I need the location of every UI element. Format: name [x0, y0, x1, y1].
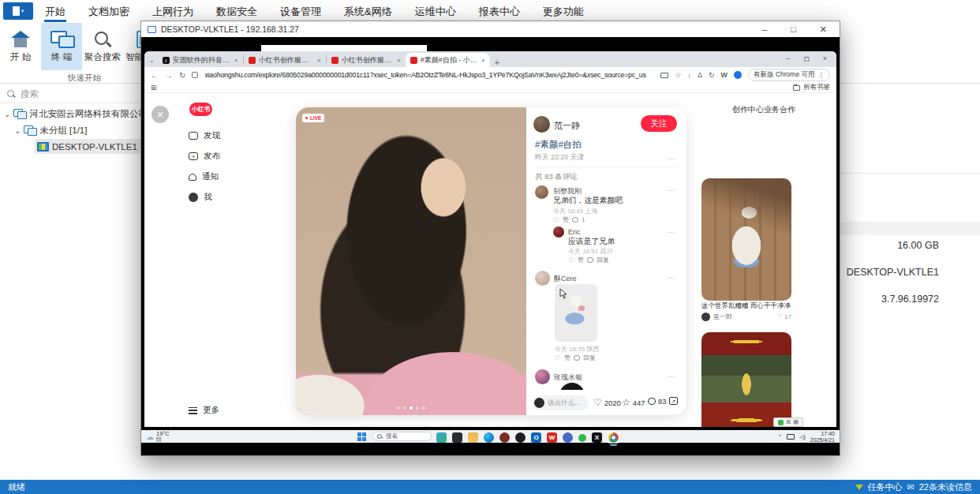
- more-icon[interactable]: ⋯: [668, 372, 675, 380]
- commenter-name[interactable]: 玫瑰水银: [554, 372, 582, 383]
- close-post-button[interactable]: ✕: [151, 106, 169, 123]
- commenter-avatar[interactable]: [535, 271, 550, 286]
- like-button[interactable]: ♡2020: [593, 397, 621, 408]
- green-app-icon[interactable]: [578, 434, 586, 442]
- tab-xhs-post-active[interactable]: #素颜#自拍 - 小红书 ×: [406, 53, 490, 67]
- display-tray-icon[interactable]: [787, 434, 795, 440]
- menu-item-web-behavior[interactable]: 上网行为: [151, 1, 194, 22]
- more-icon[interactable]: ⋯: [668, 155, 675, 163]
- site-info-icon[interactable]: [192, 72, 198, 78]
- carousel-dot[interactable]: [422, 406, 425, 410]
- feed-card-dog-image[interactable]: [701, 178, 791, 301]
- bookmark-star-icon[interactable]: ☆: [675, 71, 681, 79]
- xhs-logo[interactable]: 小红书: [189, 103, 212, 116]
- browser-close-button[interactable]: ×: [823, 54, 827, 65]
- ribbon-terminal-button[interactable]: 终 端: [41, 23, 82, 70]
- wps-icon[interactable]: W: [547, 432, 557, 443]
- unread-messages-button[interactable]: 22条未读信息: [919, 481, 972, 493]
- like-icon[interactable]: ♡: [568, 256, 574, 264]
- profile-avatar[interactable]: [734, 71, 742, 79]
- avatar[interactable]: [701, 312, 710, 321]
- dark-app-icon[interactable]: [452, 432, 462, 443]
- nav-me[interactable]: 我: [189, 192, 212, 203]
- menu-icon[interactable]: ▤: [793, 419, 799, 425]
- post-photo[interactable]: LIVE: [296, 107, 526, 415]
- maximize-button[interactable]: □: [791, 24, 796, 35]
- feed-card-like[interactable]: ♡17: [777, 313, 791, 320]
- reply-count[interactable]: 1: [582, 216, 585, 223]
- carousel-dot[interactable]: [416, 406, 419, 410]
- browser-maximize-button[interactable]: ロ: [803, 54, 810, 65]
- edge-icon[interactable]: [484, 432, 494, 443]
- commenter-name[interactable]: Eric: [568, 228, 581, 236]
- menu-item-start[interactable]: 开始: [44, 1, 66, 22]
- menu-item-report-center[interactable]: 报表中心: [478, 1, 521, 22]
- author-name[interactable]: 范一静: [554, 120, 580, 132]
- creator-center-link[interactable]: 创作中心: [732, 104, 764, 115]
- more-icon[interactable]: ⋯: [668, 186, 675, 194]
- author-avatar[interactable]: [533, 116, 550, 133]
- reply-icon[interactable]: [587, 257, 593, 263]
- teams-icon[interactable]: [563, 432, 573, 443]
- menu-item-data-security[interactable]: 数据安全: [215, 1, 258, 22]
- speaker-icon[interactable]: ◁): [799, 434, 806, 440]
- tab-douyin[interactable]: ♪ 安固软件的抖音 - 抖音 ×: [158, 53, 243, 67]
- tray-expand-icon[interactable]: ⌃: [777, 434, 782, 440]
- reply-label[interactable]: 回复: [597, 256, 609, 264]
- menu-item-ops-center[interactable]: 运维中心: [414, 1, 457, 22]
- tab-close-icon[interactable]: ×: [397, 57, 401, 64]
- chrome-update-chip[interactable]: 有新版 Chrome 可用⋮: [748, 69, 830, 81]
- reply-icon[interactable]: [574, 355, 580, 361]
- nav-more[interactable]: 更多: [189, 405, 219, 416]
- ribbon-start-button[interactable]: 开 始: [0, 23, 41, 70]
- menu-item-doc-encrypt[interactable]: 文档加密: [88, 1, 130, 22]
- task-center-button[interactable]: 任务中心: [868, 481, 903, 493]
- outlook-icon[interactable]: O: [531, 432, 541, 443]
- feed-card-school-image[interactable]: [701, 332, 791, 427]
- reload-icon[interactable]: ↻: [179, 71, 185, 80]
- comment-composer[interactable]: 说点什么...: [532, 395, 589, 410]
- feed-card-username[interactable]: 笙一郎: [713, 312, 732, 321]
- kebab-menu-icon[interactable]: ⋮: [818, 71, 825, 79]
- collect-button[interactable]: ☆447: [622, 397, 645, 408]
- commenter-avatar[interactable]: [553, 226, 564, 238]
- carousel-dot[interactable]: [397, 406, 400, 410]
- more-icon[interactable]: ⋯: [668, 228, 675, 236]
- reply-label[interactable]: 回复: [583, 354, 596, 362]
- minimize-button[interactable]: –: [762, 24, 767, 35]
- post-title[interactable]: #素颜#自拍: [535, 139, 582, 151]
- sidebar-search-input[interactable]: [21, 89, 131, 99]
- tree-node-endpoint[interactable]: DESKTOP-VLKTLE1: [37, 140, 137, 153]
- extension-w-icon[interactable]: W: [721, 71, 728, 79]
- remote-control-toolbar[interactable]: ⊞ ▤: [773, 417, 803, 427]
- comment-button[interactable]: 83: [648, 397, 667, 406]
- business-coop-link[interactable]: 业务合作: [764, 104, 795, 115]
- app-menu-button[interactable]: ▾: [3, 2, 33, 20]
- new-tab-button[interactable]: +: [495, 58, 499, 67]
- like-label[interactable]: 赞: [578, 256, 584, 264]
- tab-close-icon[interactable]: ×: [481, 57, 485, 64]
- tab-search-chevron-icon[interactable]: ⌄: [149, 57, 155, 64]
- commenter-avatar[interactable]: [535, 369, 550, 384]
- menu-item-device-mgmt[interactable]: 设备管理: [279, 1, 322, 22]
- menu-item-more[interactable]: 更多功能: [542, 1, 585, 22]
- photos-app-icon[interactable]: [436, 432, 447, 443]
- url-text[interactable]: xiaohongshu.com/explore/6805029a00000000…: [204, 71, 646, 79]
- tab-close-icon[interactable]: ×: [317, 57, 321, 64]
- file-explorer-icon[interactable]: [468, 432, 478, 443]
- feed-card-caption[interactable]: 这个世界乱糟糟 而心干干净净: [701, 301, 791, 311]
- forward-icon[interactable]: →: [165, 71, 173, 80]
- nav-notifications[interactable]: 通知: [189, 171, 219, 182]
- nav-discover[interactable]: 发现: [189, 130, 220, 141]
- tab-xhs-creator-2[interactable]: 小红书创作服务平台 ×: [327, 53, 406, 67]
- tab-xhs-creator-1[interactable]: 小红书创作服务平台 ×: [244, 53, 326, 67]
- taskbar-search[interactable]: 搜索: [372, 432, 432, 441]
- grid-icon[interactable]: ⊞: [786, 419, 791, 425]
- carousel-dots[interactable]: [296, 406, 526, 410]
- tab-close-icon[interactable]: ×: [234, 57, 238, 64]
- share-button[interactable]: ↗: [669, 397, 678, 405]
- follow-button[interactable]: 关注: [641, 115, 677, 132]
- back-icon[interactable]: ←: [151, 71, 159, 80]
- commenter-avatar[interactable]: [535, 185, 548, 199]
- ribbon-aggregate-search-button[interactable]: 聚合搜索: [82, 23, 123, 70]
